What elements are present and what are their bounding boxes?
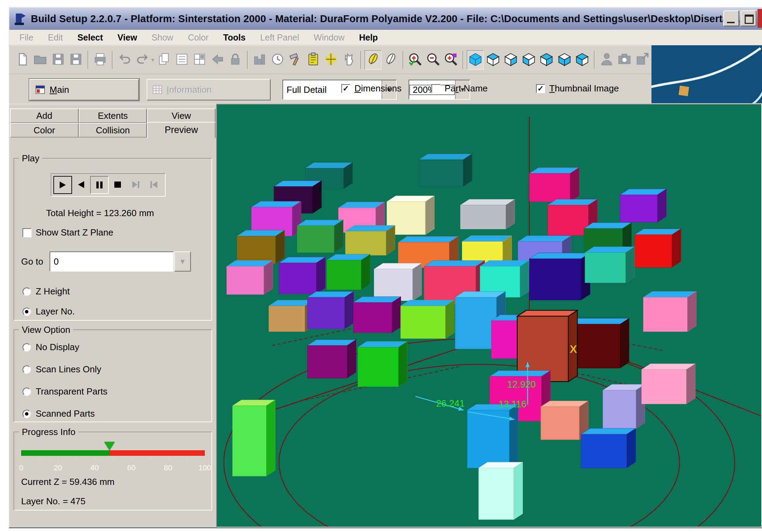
part-box[interactable]	[237, 230, 284, 264]
operator-button[interactable]	[598, 50, 615, 70]
redo-dropdown-icon[interactable]: ▼	[150, 57, 155, 63]
part-name-checkbox[interactable]: Part Name	[431, 83, 488, 94]
new-build-button[interactable]	[14, 50, 31, 70]
zoom-out-button[interactable]	[424, 50, 441, 70]
tab-add[interactable]: Add	[10, 108, 79, 123]
part-box[interactable]	[227, 260, 273, 294]
part-box[interactable]	[419, 154, 472, 186]
part-name-checkbox-box-icon[interactable]	[431, 84, 440, 93]
build-scene[interactable]: 12.92026.24113.116X	[217, 105, 761, 527]
dimensions-checkbox-box-icon[interactable]: ✓	[341, 84, 350, 93]
part-box[interactable]	[541, 401, 588, 440]
stop-button[interactable]	[109, 176, 127, 193]
close-button[interactable]	[757, 9, 762, 28]
scene-svg[interactable]: 12.92026.24113.116X	[217, 105, 761, 527]
layer-no-radio-icon[interactable]	[23, 308, 31, 316]
zoom-in-button[interactable]	[407, 50, 424, 70]
part-box[interactable]	[460, 199, 515, 229]
pause-button[interactable]	[90, 176, 109, 194]
view-right-button[interactable]	[502, 50, 519, 70]
menu-help[interactable]: Help	[352, 33, 385, 43]
part-box[interactable]	[307, 340, 356, 378]
part-box[interactable]	[269, 300, 314, 331]
lock-button[interactable]	[227, 50, 244, 70]
part-box[interactable]	[307, 291, 353, 329]
show-start-z-checkbox[interactable]: Show Start Z Plane	[23, 227, 113, 238]
part-box[interactable]	[467, 404, 518, 468]
save-all-button[interactable]	[67, 50, 84, 70]
repair-tool-button[interactable]	[287, 50, 304, 70]
part-box[interactable]	[358, 342, 407, 387]
deselect-leaf-button[interactable]	[382, 50, 399, 70]
pick-part-button[interactable]	[340, 50, 357, 70]
zoom-window-button[interactable]	[443, 50, 459, 70]
part-box[interactable]	[620, 189, 666, 222]
viewport-3d[interactable]: 12.92026.24113.116X	[216, 104, 762, 527]
progress-slider[interactable]: 020406080100	[21, 446, 205, 474]
part-box[interactable]	[603, 384, 645, 429]
save-button[interactable]	[50, 50, 67, 70]
undo-button[interactable]	[116, 50, 133, 70]
insert-part-button[interactable]	[209, 50, 226, 70]
tab-extents[interactable]: Extents	[79, 108, 147, 123]
part-box[interactable]	[374, 263, 421, 301]
play-button[interactable]	[53, 176, 72, 194]
radio-transparent-parts[interactable]: Transparent Parts	[23, 386, 107, 397]
part-box[interactable]	[353, 296, 401, 332]
radio-icon[interactable]	[23, 343, 31, 352]
play-reverse-button[interactable]	[72, 176, 90, 193]
print-button[interactable]	[92, 50, 109, 70]
dimensions-checkbox[interactable]: ✓Dimensions	[341, 83, 402, 94]
part-box[interactable]	[581, 428, 636, 468]
part-list-button[interactable]	[173, 50, 190, 70]
tab-view[interactable]: View	[147, 108, 216, 123]
build-time-button[interactable]	[269, 50, 286, 70]
tab-color[interactable]: Color	[10, 123, 79, 138]
redo-button[interactable]	[134, 50, 151, 70]
menu-select[interactable]: Select	[70, 33, 110, 43]
z-height-radio[interactable]: Z Height	[23, 286, 70, 297]
part-box[interactable]	[297, 220, 343, 252]
tab-preview[interactable]: Preview	[147, 122, 216, 138]
view-front-button[interactable]	[556, 50, 573, 70]
part-box[interactable]	[233, 400, 275, 476]
radio-icon[interactable]	[23, 410, 31, 418]
view-isometric-button[interactable]	[467, 50, 484, 70]
export-button[interactable]	[634, 50, 651, 70]
part-info-button[interactable]	[251, 50, 268, 70]
minimize-button[interactable]	[723, 10, 739, 26]
view-back-button[interactable]	[574, 50, 591, 70]
part-box[interactable]	[643, 291, 696, 331]
restore-button[interactable]	[741, 10, 756, 26]
show-start-z-box-icon[interactable]	[23, 228, 32, 237]
view-left-button[interactable]	[520, 50, 537, 70]
part-box[interactable]	[529, 168, 579, 202]
measure-button[interactable]	[322, 50, 339, 70]
main-panel-button[interactable]: Main	[29, 79, 139, 100]
part-box[interactable]	[585, 247, 634, 283]
radio-no-display[interactable]: No Display	[23, 342, 79, 353]
menu-view[interactable]: View	[110, 33, 144, 43]
part-box[interactable]	[634, 229, 681, 267]
view-top-button[interactable]	[484, 50, 501, 70]
radio-scan-lines-only[interactable]: Scan Lines Only	[23, 364, 101, 375]
snapshot-button[interactable]	[616, 50, 633, 70]
part-box[interactable]	[327, 254, 370, 290]
copy-button[interactable]	[156, 50, 173, 70]
part-box[interactable]	[479, 462, 523, 520]
part-box[interactable]	[401, 300, 454, 338]
thumbnail-image-checkbox[interactable]: ✓Thumbnail Image	[536, 83, 619, 94]
goto-input[interactable]: 0	[50, 251, 174, 272]
skip-start-button[interactable]	[145, 176, 163, 193]
properties-button[interactable]	[305, 50, 322, 70]
merge-button[interactable]	[191, 50, 208, 70]
part-box[interactable]	[641, 364, 695, 404]
view-bottom-button[interactable]	[538, 50, 555, 70]
radio-icon[interactable]	[23, 388, 31, 396]
tab-collision[interactable]: Collision	[79, 123, 147, 138]
part-box[interactable]	[279, 257, 325, 294]
information-panel-button[interactable]: Information	[147, 79, 271, 100]
progress-bar[interactable]	[21, 450, 205, 456]
layer-no-radio[interactable]: Layer No.	[23, 306, 75, 317]
skip-end-button[interactable]	[127, 176, 145, 193]
